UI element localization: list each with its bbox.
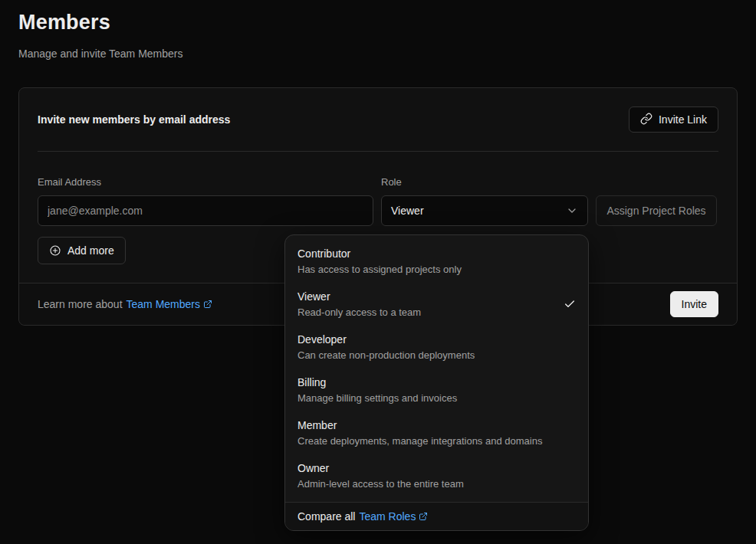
role-option-contributor[interactable]: Contributor Has access to assigned proje…: [285, 240, 588, 283]
team-members-link-label: Team Members: [127, 298, 200, 310]
role-select-value: Viewer: [391, 205, 424, 217]
role-option-title: Billing: [297, 375, 457, 390]
role-option-title: Developer: [297, 332, 475, 347]
role-option-text: Developer Can create non-production depl…: [297, 332, 475, 362]
role-option-text: Viewer Read-only access to a team: [297, 289, 421, 320]
card-title: Invite new members by email address: [38, 113, 230, 126]
circle-plus-icon: [49, 244, 61, 257]
email-label: Email Address: [38, 176, 373, 188]
team-roles-link-label: Team Roles: [359, 510, 416, 523]
role-option-owner[interactable]: Owner Admin-level access to the entire t…: [285, 454, 588, 497]
role-option-text: Billing Manage billing settings and invo…: [297, 375, 457, 405]
invite-link-button[interactable]: Invite Link: [629, 107, 718, 133]
role-option-title: Owner: [297, 460, 464, 476]
team-roles-link[interactable]: Team Roles: [359, 510, 428, 523]
link-icon: [640, 113, 652, 127]
role-select[interactable]: Viewer: [381, 195, 588, 226]
email-input[interactable]: [38, 195, 373, 226]
role-option-title: Member: [297, 418, 542, 433]
learn-more-text: Learn more about Team Members: [38, 298, 212, 310]
role-option-description: Admin-level access to the entire team: [297, 477, 464, 491]
role-option-viewer[interactable]: Viewer Read-only access to a team: [285, 283, 588, 326]
add-more-button[interactable]: Add more: [38, 237, 126, 264]
role-option-member[interactable]: Member Create deployments, manage integr…: [285, 411, 588, 454]
card-header: Invite new members by email address Invi…: [19, 88, 737, 151]
role-dropdown-options: Contributor Has access to assigned proje…: [285, 235, 588, 502]
role-option-description: Can create non-production deployments: [297, 349, 475, 362]
role-option-title: Contributor: [297, 246, 462, 261]
learn-more-prefix: Learn more about: [38, 298, 123, 310]
chevron-down-icon: [566, 205, 578, 217]
members-settings-page: Members Manage and invite Team Members I…: [0, 11, 756, 544]
role-option-text: Owner Admin-level access to the entire t…: [297, 460, 464, 491]
role-option-title: Viewer: [297, 289, 421, 304]
role-option-description: Manage billing settings and invoices: [297, 392, 457, 405]
external-link-icon: [419, 512, 428, 521]
add-more-button-label: Add more: [67, 244, 114, 257]
invite-button[interactable]: Invite: [670, 291, 718, 317]
check-icon: [564, 298, 576, 310]
role-option-developer[interactable]: Developer Can create non-production depl…: [285, 326, 588, 369]
page-title: Members: [18, 11, 756, 34]
role-option-billing[interactable]: Billing Manage billing settings and invo…: [285, 369, 588, 411]
role-option-description: Create deployments, manage integrations …: [297, 434, 542, 448]
external-link-icon: [203, 300, 212, 309]
role-option-text: Contributor Has access to assigned proje…: [297, 246, 462, 277]
team-members-link[interactable]: Team Members: [127, 298, 212, 310]
role-label: Role: [381, 176, 588, 188]
role-dropdown-menu: Contributor Has access to assigned proje…: [284, 234, 589, 531]
role-option-description: Read-only access to a team: [297, 306, 421, 320]
invite-link-button-label: Invite Link: [659, 113, 707, 126]
page-subtitle: Manage and invite Team Members: [18, 48, 756, 60]
compare-all-prefix: Compare all: [297, 510, 355, 523]
role-option-description: Has access to assigned projects only: [297, 263, 462, 277]
dropdown-footer: Compare all Team Roles: [285, 502, 588, 530]
assign-project-roles-button[interactable]: Assign Project Roles: [596, 195, 717, 226]
role-option-text: Member Create deployments, manage integr…: [297, 418, 542, 448]
